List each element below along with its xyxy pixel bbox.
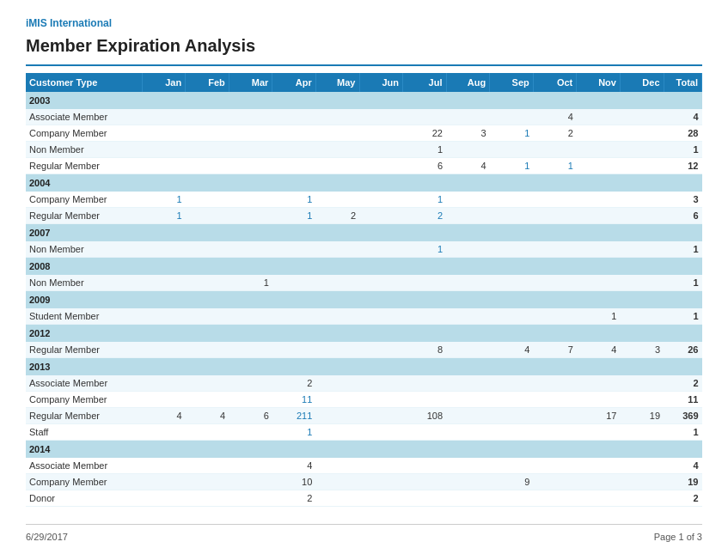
cell-jun bbox=[359, 109, 403, 125]
cell-nov bbox=[577, 375, 621, 392]
cell-jul: 2 bbox=[403, 208, 446, 224]
cell-feb bbox=[186, 308, 229, 325]
cell-aug bbox=[446, 474, 490, 490]
cell-jan bbox=[142, 424, 186, 441]
cell-customer-type: Company Member bbox=[26, 392, 142, 408]
cell-total: 1 bbox=[664, 142, 701, 158]
cell-may: 2 bbox=[315, 208, 359, 224]
cell-apr bbox=[272, 142, 316, 158]
cell-jun bbox=[359, 474, 403, 490]
cell-jan bbox=[142, 109, 186, 125]
app-title: iMIS International bbox=[26, 17, 702, 29]
cell-sep bbox=[490, 192, 534, 208]
table-row: Company Member1111 bbox=[26, 392, 702, 408]
cell-dec: 3 bbox=[620, 342, 664, 358]
cell-may bbox=[315, 192, 359, 208]
cell-oct bbox=[533, 142, 577, 158]
table-row: Student Member11 bbox=[26, 308, 702, 325]
cell-customer-type: Non Member bbox=[26, 142, 142, 158]
cell-apr: 4 bbox=[272, 458, 316, 474]
cell-jul: 1 bbox=[403, 192, 446, 208]
cell-dec bbox=[620, 490, 664, 507]
cell-mar bbox=[229, 109, 272, 125]
group-header-row: 2014 bbox=[26, 441, 702, 459]
cell-aug: 3 bbox=[446, 125, 490, 142]
cell-apr: 11 bbox=[272, 392, 316, 408]
table-row: Donor22 bbox=[26, 490, 702, 507]
cell-feb bbox=[186, 474, 229, 490]
cell-sep bbox=[490, 109, 534, 125]
table-header-row: Customer Type Jan Feb Mar Apr May Jun Ju… bbox=[26, 73, 702, 92]
group-header-row: 2009 bbox=[26, 291, 702, 309]
cell-oct bbox=[533, 490, 577, 507]
cell-nov bbox=[577, 474, 621, 490]
cell-feb bbox=[186, 125, 229, 142]
col-aug: Aug bbox=[446, 73, 490, 92]
cell-may bbox=[315, 474, 359, 490]
group-header-row: 2003 bbox=[26, 92, 702, 109]
cell-aug bbox=[446, 241, 490, 258]
cell-feb bbox=[186, 490, 229, 507]
group-header-row: 2007 bbox=[26, 224, 702, 242]
col-feb: Feb bbox=[186, 73, 229, 92]
cell-aug bbox=[446, 342, 490, 358]
cell-oct bbox=[533, 241, 577, 258]
cell-customer-type: Associate Member bbox=[26, 375, 142, 392]
col-oct: Oct bbox=[533, 73, 577, 92]
cell-total: 11 bbox=[664, 392, 701, 408]
cell-total: 19 bbox=[664, 474, 701, 490]
table-row: Company Member10919 bbox=[26, 474, 702, 490]
cell-aug bbox=[446, 192, 490, 208]
cell-customer-type: Staff bbox=[26, 424, 142, 441]
cell-feb bbox=[186, 142, 229, 158]
cell-customer-type: Non Member bbox=[26, 241, 142, 258]
cell-aug bbox=[446, 408, 490, 424]
cell-jan bbox=[142, 275, 186, 291]
table-row: Company Member2231228 bbox=[26, 125, 702, 142]
cell-jun bbox=[359, 392, 403, 408]
cell-jul bbox=[403, 458, 446, 474]
cell-apr: 1 bbox=[272, 192, 316, 208]
cell-aug bbox=[446, 392, 490, 408]
cell-oct bbox=[533, 308, 577, 325]
cell-jul: 6 bbox=[403, 158, 446, 174]
table-row: Non Member11 bbox=[26, 275, 702, 291]
cell-sep bbox=[490, 424, 534, 441]
cell-jun bbox=[359, 158, 403, 174]
cell-mar bbox=[229, 125, 272, 142]
cell-jun bbox=[359, 408, 403, 424]
cell-mar bbox=[229, 474, 272, 490]
cell-jul: 22 bbox=[403, 125, 446, 142]
cell-mar bbox=[229, 192, 272, 208]
cell-oct bbox=[533, 192, 577, 208]
cell-oct: 1 bbox=[533, 158, 577, 174]
cell-feb bbox=[186, 192, 229, 208]
cell-feb bbox=[186, 392, 229, 408]
cell-sep bbox=[490, 375, 534, 392]
cell-sep: 1 bbox=[490, 158, 534, 174]
cell-jan: 1 bbox=[142, 192, 186, 208]
cell-sep bbox=[490, 275, 534, 291]
cell-dec bbox=[620, 158, 664, 174]
cell-oct bbox=[533, 208, 577, 224]
cell-may bbox=[315, 241, 359, 258]
cell-mar bbox=[229, 392, 272, 408]
cell-jul bbox=[403, 109, 446, 125]
cell-total: 4 bbox=[664, 109, 701, 125]
cell-feb bbox=[186, 208, 229, 224]
cell-jul: 1 bbox=[403, 241, 446, 258]
cell-jun bbox=[359, 375, 403, 392]
cell-oct bbox=[533, 424, 577, 441]
table-row: Regular Member8474326 bbox=[26, 342, 702, 358]
cell-sep bbox=[490, 208, 534, 224]
cell-apr bbox=[272, 241, 316, 258]
table-row: Regular Member11226 bbox=[26, 208, 702, 224]
cell-dec bbox=[620, 308, 664, 325]
cell-oct: 4 bbox=[533, 109, 577, 125]
cell-aug bbox=[446, 142, 490, 158]
cell-customer-type: Student Member bbox=[26, 308, 142, 325]
page-title: Member Expiration Analysis bbox=[26, 36, 702, 56]
cell-may bbox=[315, 142, 359, 158]
col-may: May bbox=[315, 73, 359, 92]
cell-feb bbox=[186, 342, 229, 358]
